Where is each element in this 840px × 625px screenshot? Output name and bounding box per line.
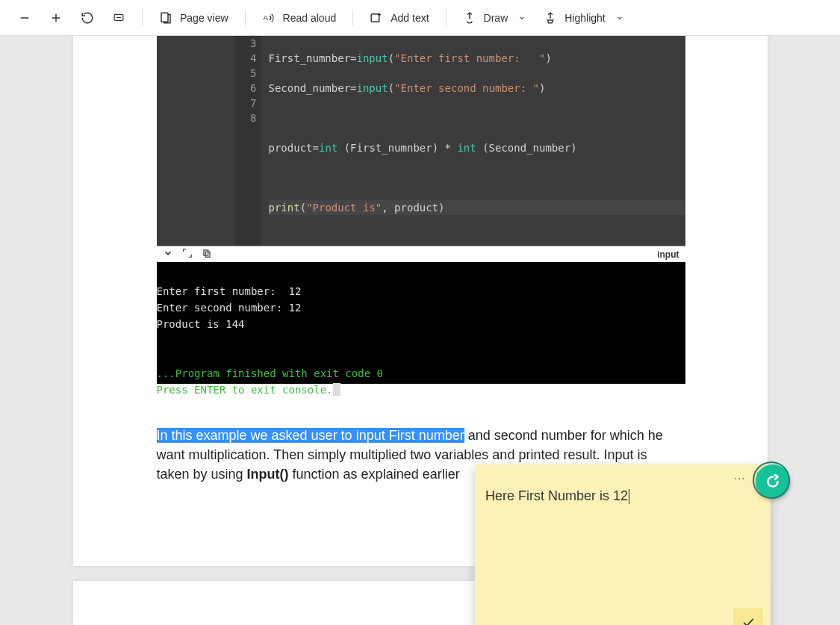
console-input-label: input [657, 249, 679, 260]
console-line: Product is 144 [157, 318, 245, 330]
toolbar-separator [142, 10, 143, 26]
plus-icon [49, 11, 63, 25]
toolbar-separator [352, 10, 353, 26]
bold-text: Input() [247, 467, 289, 482]
console-output: Enter first number: 12 Enter second numb… [157, 262, 685, 384]
page-view-button[interactable]: Page view [150, 7, 237, 29]
rotate-icon [81, 11, 94, 25]
page-view-label: Page view [180, 12, 228, 24]
expand-icon[interactable] [182, 248, 193, 261]
draw-button[interactable]: Draw [454, 7, 535, 29]
highlight-icon [544, 11, 557, 25]
highlight-label: Highlight [564, 12, 605, 24]
line-no: 8 [234, 111, 257, 125]
line-no: 3 [234, 36, 257, 51]
add-text-label: Add text [391, 12, 429, 24]
chevron-down-icon [616, 14, 623, 22]
toolbar-separator [446, 10, 447, 26]
grammarly-badge[interactable] [756, 464, 790, 499]
zoom-in-button[interactable] [40, 7, 72, 29]
document-viewport[interactable]: ig. Share. ing tions 3 4 5 6 7 8 [0, 36, 840, 625]
read-aloud-icon: A [262, 11, 276, 25]
add-text-button[interactable]: Add text [361, 7, 438, 29]
console-toolbar: input [157, 246, 685, 262]
line-no: 4 [234, 51, 257, 66]
code-editor: 3 4 5 6 7 8 First_numnber=input("Enter f… [157, 36, 685, 246]
svg-rect-7 [371, 13, 379, 22]
line-no: 5 [234, 66, 257, 81]
text-caret [629, 489, 629, 504]
paragraph-text: function as explained earlier [289, 467, 460, 482]
minus-icon [18, 11, 31, 25]
note-menu-button[interactable]: … [733, 469, 745, 482]
page-view-icon [159, 11, 172, 25]
zoom-out-button[interactable] [9, 7, 40, 29]
line-no: 7 [234, 96, 257, 111]
note-content: Here First Number is 12 [485, 488, 628, 503]
fit-button[interactable] [103, 7, 134, 29]
read-aloud-button[interactable]: A Read aloud [253, 7, 346, 29]
console-line: Press ENTER to exit console. [157, 384, 333, 396]
chevron-down-icon[interactable] [163, 248, 173, 261]
highlight-button[interactable]: Highlight [535, 7, 632, 29]
chevron-down-icon [518, 14, 526, 22]
svg-text:A: A [263, 13, 268, 22]
read-aloud-label: Read aloud [283, 12, 337, 24]
draw-icon [463, 11, 476, 25]
add-text-icon [370, 11, 383, 25]
fit-width-icon [112, 11, 125, 25]
copy-icon[interactable] [202, 248, 212, 261]
draw-label: Draw [484, 12, 508, 24]
console-line: Enter second number: 12 [157, 302, 302, 314]
rotate-button[interactable] [72, 7, 103, 29]
note-textarea[interactable]: Here First Number is 12 [475, 487, 771, 506]
sticky-note[interactable]: … × Here First Number is 12 [475, 464, 771, 625]
code-content: First_numnber=input("Enter first number:… [261, 36, 685, 246]
note-toolbar: … × [475, 464, 771, 487]
toolbar-separator [245, 10, 246, 26]
note-confirm-button[interactable] [733, 608, 763, 625]
svg-rect-5 [161, 13, 168, 22]
console-line: ...Program finished with exit code 0 [157, 367, 383, 379]
pdf-toolbar: Page view A Read aloud Add text Draw Hig… [0, 0, 840, 36]
highlighted-text[interactable]: In this example we asked user to input F… [157, 428, 464, 443]
gutter: 3 4 5 6 7 8 [234, 36, 261, 246]
console-line: Enter first number: 12 [157, 285, 302, 297]
console-cursor [333, 383, 340, 396]
line-no: 6 [234, 81, 257, 96]
code-screenshot: ig. Share. ing tions 3 4 5 6 7 8 [157, 36, 685, 384]
